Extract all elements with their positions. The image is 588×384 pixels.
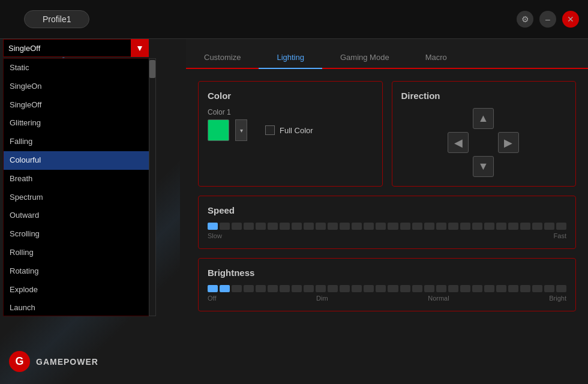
- list-item[interactable]: Rotating: [4, 262, 149, 281]
- effect-dropdown[interactable]: SingleOff: [3, 39, 132, 57]
- color-row: ▾ Full Color: [208, 119, 373, 141]
- speed-seg-19: [436, 223, 446, 230]
- brightness-seg-4: [256, 285, 266, 292]
- brightness-seg-27: [532, 285, 542, 292]
- brightness-seg-23: [484, 285, 494, 292]
- speed-section: Speed Slow Fast: [198, 196, 576, 249]
- dropdown-arrow-icon[interactable]: ▼: [131, 39, 149, 57]
- list-item[interactable]: Glittering: [4, 114, 149, 133]
- tab-lighting[interactable]: Lighting: [259, 47, 322, 69]
- speed-seg-12: [352, 223, 362, 230]
- full-color-checkbox[interactable]: [265, 125, 275, 135]
- speed-section-title: Speed: [208, 205, 566, 215]
- speed-labels: Slow Fast: [208, 232, 566, 239]
- brightness-seg-17: [412, 285, 422, 292]
- brightness-seg-6: [280, 285, 290, 292]
- speed-seg-25: [508, 223, 518, 230]
- title-controls: ⚙ – ✕: [517, 11, 579, 28]
- brightness-seg-0: [208, 285, 218, 292]
- speed-seg-15: [388, 223, 398, 230]
- dir-left-button[interactable]: ◀: [448, 132, 469, 153]
- brightness-seg-29: [556, 285, 566, 292]
- color-section-title: Color: [208, 91, 373, 101]
- minimize-button[interactable]: –: [539, 11, 556, 28]
- close-button[interactable]: ✕: [562, 11, 579, 28]
- brightness-seg-24: [496, 285, 506, 292]
- settings-button[interactable]: ⚙: [517, 11, 533, 28]
- tab-customize[interactable]: Customize: [186, 47, 259, 69]
- brightness-slider[interactable]: [208, 285, 566, 292]
- direction-pad: ▲ ◀ ▶ ▼: [448, 108, 520, 177]
- speed-seg-22: [472, 223, 482, 230]
- brightness-seg-28: [544, 285, 554, 292]
- speed-seg-7: [292, 223, 302, 230]
- speed-seg-1: [220, 223, 230, 230]
- dir-up-button[interactable]: ▲: [473, 108, 494, 129]
- speed-seg-3: [244, 223, 254, 230]
- dir-right-button[interactable]: ▶: [498, 132, 519, 153]
- brightness-section: Brightness Off Dim Normal Bright: [198, 258, 576, 311]
- brightness-seg-18: [424, 285, 434, 292]
- title-bar: Profile1 ⚙ – ✕: [0, 0, 588, 39]
- speed-seg-18: [424, 223, 434, 230]
- speed-slider[interactable]: [208, 223, 566, 230]
- brightness-seg-1: [220, 285, 230, 292]
- dir-down-button[interactable]: ▼: [473, 156, 494, 177]
- direction-section: Direction ▲ ◀ ▶ ▼: [392, 81, 577, 187]
- speed-seg-14: [376, 223, 386, 230]
- color-dropdown-arrow[interactable]: ▾: [235, 119, 247, 141]
- list-item[interactable]: Spectrum: [4, 188, 149, 207]
- list-item[interactable]: Outward: [4, 206, 149, 225]
- speed-slow-label: Slow: [208, 232, 222, 239]
- brightness-seg-25: [508, 285, 518, 292]
- list-item[interactable]: Launch: [4, 299, 149, 316]
- dir-empty-tr: [498, 108, 519, 129]
- brightness-seg-12: [352, 285, 362, 292]
- brightness-section-title: Brightness: [208, 268, 566, 278]
- speed-seg-20: [448, 223, 458, 230]
- speed-seg-2: [232, 223, 242, 230]
- list-item[interactable]: SingleOff: [4, 96, 149, 115]
- color-section: Color Color 1 ▾ Full Color: [198, 81, 383, 187]
- list-item[interactable]: Falling: [4, 133, 149, 151]
- brightness-labels: Off Dim Normal Bright: [208, 295, 566, 302]
- speed-seg-10: [328, 223, 338, 230]
- list-scrollbar[interactable]: [149, 58, 156, 316]
- speed-seg-23: [484, 223, 494, 230]
- logo-icon: G: [9, 351, 30, 372]
- dir-empty-br: [498, 156, 519, 177]
- dir-empty-center: [473, 132, 494, 153]
- brightness-seg-8: [304, 285, 314, 292]
- list-item[interactable]: Breath: [4, 170, 149, 188]
- tab-gaming-mode[interactable]: Gaming Mode: [322, 47, 407, 69]
- list-item[interactable]: SingleOn: [4, 77, 149, 96]
- brightness-off-label: Off: [208, 295, 216, 302]
- list-item[interactable]: Scrolling: [4, 225, 149, 244]
- scrollbar-thumb[interactable]: [149, 60, 155, 78]
- brightness-bright-label: Bright: [549, 295, 566, 302]
- speed-seg-26: [520, 223, 530, 230]
- speed-seg-27: [532, 223, 542, 230]
- list-item[interactable]: Colourful: [4, 151, 149, 170]
- effect-list: StaticSingleOnSingleOffGlitteringFalling…: [3, 58, 150, 316]
- direction-section-title: Direction: [401, 91, 567, 101]
- speed-seg-5: [268, 223, 278, 230]
- brightness-seg-14: [376, 285, 386, 292]
- list-item[interactable]: Rolling: [4, 244, 149, 262]
- left-panel: SingleOff ▼ StaticSingleOnSingleOffGlitt…: [0, 39, 186, 384]
- profile-pill[interactable]: Profile1: [24, 10, 89, 28]
- speed-seg-24: [496, 223, 506, 230]
- brightness-seg-19: [436, 285, 446, 292]
- dir-empty-tl: [448, 108, 469, 129]
- brightness-seg-7: [292, 285, 302, 292]
- speed-seg-0: [208, 223, 218, 230]
- brightness-seg-2: [232, 285, 242, 292]
- color-direction-row: Color Color 1 ▾ Full Color Direction ▲ ◀…: [198, 81, 576, 196]
- color-swatch[interactable]: [208, 119, 229, 141]
- list-item[interactable]: Static: [4, 59, 149, 77]
- brightness-seg-15: [388, 285, 398, 292]
- tab-macro[interactable]: Macro: [407, 47, 465, 69]
- full-color-checkbox-group: Full Color: [265, 125, 313, 135]
- brightness-normal-label: Normal: [428, 295, 449, 302]
- list-item[interactable]: Explode: [4, 281, 149, 299]
